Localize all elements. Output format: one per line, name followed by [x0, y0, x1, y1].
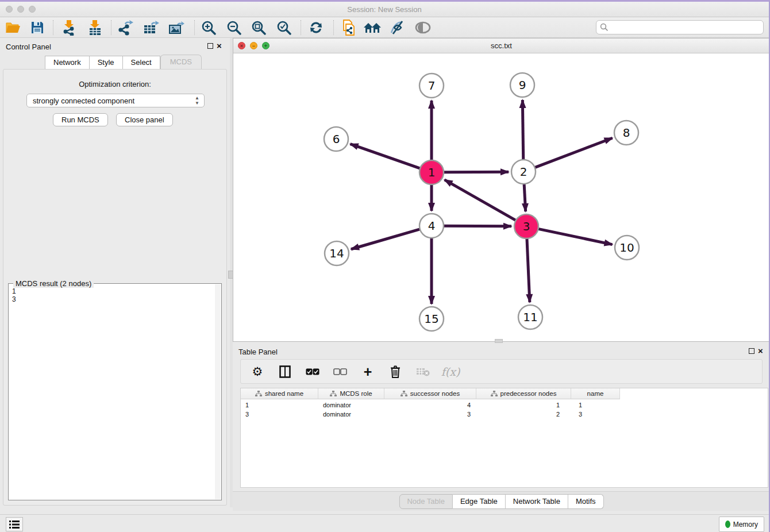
cell-successor-nodes[interactable]: 4	[384, 402, 471, 408]
graph-node-label-1: 1	[428, 165, 436, 179]
mcds-tab-content: Optimization criterion: strongly connect…	[3, 69, 227, 506]
zoom-in-icon[interactable]	[199, 19, 218, 36]
tab-select[interactable]: Select	[123, 56, 160, 69]
column-header-successor-nodes[interactable]: successor nodes	[384, 388, 476, 399]
toolbar-separator	[194, 20, 195, 35]
tab-network-table[interactable]: Network Table	[506, 494, 568, 509]
table-tabs-strip: Node Table Edge Table Network Table Moti…	[233, 491, 770, 511]
control-panel: Control Panel × Network Style Select MCD…	[0, 38, 230, 507]
cell-predecessor-nodes[interactable]: 2	[479, 411, 560, 418]
graph-node-label-6: 6	[333, 132, 340, 146]
run-mcds-button[interactable]: Run MCDS	[53, 113, 108, 126]
graph-edge-4-14[interactable]	[351, 229, 420, 249]
function-builder-icon[interactable]: f(x)	[443, 364, 458, 379]
cell-name[interactable]: 1	[579, 402, 582, 408]
control-panel-title: Control Panel	[6, 43, 51, 51]
close-panel-button[interactable]: Close panel	[116, 113, 173, 126]
task-history-button[interactable]	[6, 517, 23, 531]
network-window-title: scc.txt	[233, 41, 769, 50]
graph-edge-2-8[interactable]	[535, 138, 613, 167]
tree-icon	[255, 391, 262, 397]
network-window-titlebar[interactable]: × − + scc.txt	[233, 38, 769, 53]
copy-network-icon[interactable]	[338, 19, 357, 36]
zoom-fit-icon[interactable]	[249, 19, 268, 36]
import-table-icon[interactable]	[85, 19, 105, 36]
refresh-layout-icon[interactable]	[306, 19, 326, 36]
toolbar-separator	[301, 20, 301, 35]
delete-column-icon[interactable]	[388, 364, 403, 379]
graph-edge-2-3[interactable]	[524, 184, 526, 211]
graph-node-label-9: 9	[519, 78, 526, 92]
tab-motifs[interactable]: Motifs	[568, 494, 604, 509]
graph-edge-3-10[interactable]	[538, 229, 613, 244]
graph-edge-4-3[interactable]	[444, 226, 511, 226]
graph-edge-1-2[interactable]	[444, 172, 509, 172]
deselect-all-icon[interactable]	[333, 364, 348, 379]
result-scrollbar[interactable]	[215, 284, 221, 499]
session-title: Session: New Session	[0, 5, 769, 14]
tab-network[interactable]: Network	[45, 56, 90, 69]
graph-node-label-15: 15	[424, 312, 438, 326]
table-panel-title: Table Panel	[238, 348, 278, 356]
zoom-out-icon[interactable]	[224, 19, 244, 36]
delete-table-icon[interactable]	[415, 364, 430, 379]
graph-edge-3-11[interactable]	[527, 238, 530, 302]
search-input[interactable]	[611, 22, 763, 33]
zoom-selected-icon[interactable]	[274, 19, 294, 36]
column-header-mcds-role[interactable]: MCDS role	[318, 388, 384, 399]
app-title-bar: Session: New Session	[0, 2, 769, 17]
search-field[interactable]	[596, 20, 764, 34]
tab-edge-table[interactable]: Edge Table	[453, 494, 506, 509]
graph-edge-1-6[interactable]	[351, 144, 421, 168]
select-all-icon[interactable]	[305, 364, 320, 379]
save-session-icon[interactable]	[28, 19, 47, 36]
column-header-predecessor-nodes[interactable]: predecessor nodes	[476, 388, 571, 399]
float-table-panel-icon[interactable]	[749, 348, 754, 354]
cell-predecessor-nodes[interactable]: 1	[479, 402, 560, 408]
toolbar-separator	[333, 20, 334, 35]
import-network-icon[interactable]	[59, 19, 79, 36]
export-network-icon[interactable]	[116, 19, 136, 36]
list-icon	[9, 521, 20, 529]
network-canvas[interactable]: 7968124314101511	[233, 53, 769, 341]
show-graphics-icon[interactable]	[413, 19, 433, 36]
table-header-row: shared name MCDS role successor nodes pr…	[241, 388, 620, 399]
cell-name[interactable]: 3	[579, 411, 582, 418]
table-row[interactable]: 3 dominator 3 2 3	[241, 410, 768, 419]
export-table-icon[interactable]	[141, 19, 161, 36]
table-settings-icon[interactable]: ⚙	[250, 364, 265, 379]
network-table-divider-grip[interactable]	[495, 339, 503, 343]
cell-successor-nodes[interactable]: 3	[384, 411, 471, 418]
toolbar-separator	[53, 20, 53, 35]
cell-mcds-role[interactable]: dominator	[323, 402, 351, 408]
cell-mcds-role[interactable]: dominator	[323, 411, 351, 418]
mcds-result-text[interactable]: 1 3	[10, 287, 212, 497]
cell-shared-name[interactable]: 3	[245, 411, 249, 418]
graph-node-label-7: 7	[428, 79, 436, 92]
show-columns-icon[interactable]	[278, 364, 292, 379]
memory-button[interactable]: Memory	[719, 516, 764, 532]
memory-label: Memory	[733, 521, 758, 529]
home-icon[interactable]	[363, 19, 382, 36]
export-image-icon[interactable]	[167, 19, 186, 36]
mcds-result-group: MCDS result (2 nodes) 1 3	[8, 283, 222, 500]
tab-style[interactable]: Style	[90, 56, 123, 69]
cell-shared-name[interactable]: 1	[245, 402, 249, 408]
close-panel-icon[interactable]: ×	[217, 41, 222, 51]
float-panel-icon[interactable]	[207, 43, 213, 49]
main-toolbar	[0, 17, 769, 38]
column-header-name[interactable]: name	[571, 388, 620, 399]
graph[interactable]: 7968124314101511	[233, 53, 769, 341]
table-row[interactable]: 1 dominator 4 1 1	[241, 401, 768, 410]
criterion-dropdown[interactable]: strongly connected component ▲▼	[26, 94, 205, 107]
open-session-icon[interactable]	[3, 19, 23, 36]
graph-edge-3-1[interactable]	[445, 180, 516, 221]
tab-mcds[interactable]: MCDS	[160, 55, 202, 69]
close-table-panel-icon[interactable]: ×	[758, 346, 763, 356]
column-header-shared-name[interactable]: shared name	[241, 388, 318, 399]
tree-icon	[330, 391, 337, 397]
add-column-icon[interactable]: +	[360, 364, 375, 379]
graph-edge-2-9[interactable]	[522, 100, 523, 160]
tab-node-table[interactable]: Node Table	[399, 494, 453, 509]
hide-graphics-icon[interactable]	[388, 19, 407, 36]
